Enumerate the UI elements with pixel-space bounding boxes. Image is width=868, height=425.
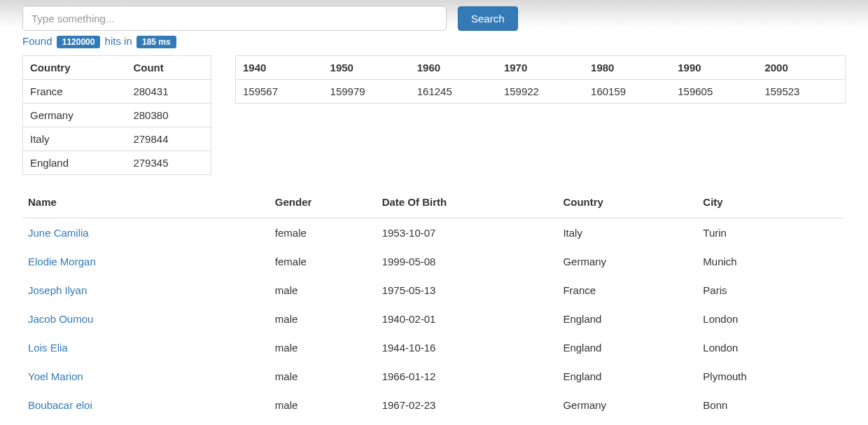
results-header-country: Country <box>557 189 697 218</box>
result-dob-cell: 2009-05-07 <box>377 419 558 425</box>
results-header-name: Name <box>22 189 270 218</box>
decades-header-cell: 1960 <box>410 56 497 80</box>
result-name-link[interactable]: Jacob Oumou <box>22 305 270 333</box>
result-city-cell: Paris <box>697 276 846 305</box>
result-gender-cell: female <box>270 218 377 248</box>
hits-in-label: hits in <box>105 35 132 47</box>
result-name-link[interactable]: Yoel Marion <box>22 362 270 391</box>
results-header-gender: Gender <box>270 189 377 218</box>
result-name-link[interactable]: Joseph Ilyan <box>22 276 270 305</box>
facets-country-cell: France <box>23 80 127 104</box>
decades-cell: 160159 <box>584 80 671 104</box>
country-facets-table: Country Count France280431Germany280380I… <box>22 55 211 175</box>
result-name-link[interactable]: Boubacar eloi <box>22 391 270 419</box>
results-row: Boubacar eloimale1967-02-23GermanyBonn <box>22 391 846 419</box>
results-row: Elodie Morganfemale1999-05-08GermanyMuni… <box>22 247 846 276</box>
result-dob-cell: 1966-01-12 <box>377 362 558 391</box>
results-row: Lila Aniafemale2009-05-07FranceCergy <box>22 419 846 425</box>
result-city-cell: Cergy <box>697 419 846 425</box>
aggregate-tables: Country Count France280431Germany280380I… <box>0 55 868 175</box>
result-city-cell: London <box>697 333 846 362</box>
decades-table: 1940195019601970198019902000 15956715997… <box>235 55 846 104</box>
decades-cell: 159922 <box>497 80 584 104</box>
search-stats: Found 1120000 hits in 185 ms <box>0 35 868 55</box>
result-gender-cell: female <box>270 419 377 425</box>
result-city-cell: Munich <box>697 247 846 276</box>
results-row: June Camiliafemale1953-10-07ItalyTurin <box>22 218 846 248</box>
decades-row: 1595671599791612451599221601591596051595… <box>236 80 846 104</box>
facets-count-cell: 279345 <box>126 151 211 175</box>
decades-cell: 159605 <box>671 80 757 104</box>
facets-country-cell: England <box>23 151 127 175</box>
result-gender-cell: male <box>270 305 377 333</box>
result-dob-cell: 1940-02-01 <box>377 305 558 333</box>
result-name-link[interactable]: Lois Elia <box>22 333 270 362</box>
decades-header-cell: 1940 <box>236 56 323 80</box>
decades-cell: 159979 <box>323 80 410 104</box>
facets-row: Italy279844 <box>23 127 211 151</box>
result-dob-cell: 1967-02-23 <box>377 391 558 419</box>
facets-country-cell: Italy <box>23 127 127 151</box>
search-input[interactable] <box>22 6 447 31</box>
result-gender-cell: male <box>270 333 377 362</box>
result-country-cell: Germany <box>557 247 697 276</box>
result-country-cell: France <box>557 419 697 425</box>
search-button[interactable]: Search <box>458 6 518 31</box>
result-dob-cell: 1999-05-08 <box>377 247 558 276</box>
result-gender-cell: male <box>270 362 377 391</box>
result-country-cell: France <box>557 276 697 305</box>
result-city-cell: London <box>697 305 846 333</box>
time-badge: 185 ms <box>136 36 176 48</box>
facets-header-count: Count <box>126 56 211 80</box>
decades-header-cell: 1980 <box>584 56 671 80</box>
decades-header-cell: 1970 <box>497 56 584 80</box>
result-dob-cell: 1944-10-16 <box>377 333 558 362</box>
result-country-cell: England <box>557 362 697 391</box>
facets-count-cell: 280380 <box>126 104 211 127</box>
results-table: Name Gender Date Of Birth Country City J… <box>0 189 868 425</box>
result-name-link[interactable]: Elodie Morgan <box>22 247 270 276</box>
decades-header-cell: 1990 <box>671 56 757 80</box>
result-gender-cell: male <box>270 391 377 419</box>
results-row: Yoel Marionmale1966-01-12EnglandPlymouth <box>22 362 846 391</box>
hits-count-badge: 1120000 <box>57 36 101 48</box>
result-city-cell: Bonn <box>697 391 846 419</box>
result-city-cell: Plymouth <box>697 362 846 391</box>
facets-country-cell: Germany <box>23 104 127 127</box>
facets-row: England279345 <box>23 151 211 175</box>
result-country-cell: Germany <box>557 391 697 419</box>
result-country-cell: Italy <box>557 218 697 248</box>
result-name-link[interactable]: Lila Ania <box>22 419 270 425</box>
found-label: Found <box>22 35 52 47</box>
result-country-cell: England <box>557 305 697 333</box>
decades-cell: 159523 <box>757 80 845 104</box>
decades-header-cell: 2000 <box>757 56 845 80</box>
facets-count-cell: 279844 <box>126 127 211 151</box>
results-row: Joseph Ilyanmale1975-05-13FranceParis <box>22 276 846 305</box>
result-country-cell: England <box>557 333 697 362</box>
result-name-link[interactable]: June Camilia <box>22 218 270 248</box>
decades-cell: 159567 <box>236 80 323 104</box>
decades-header-cell: 1950 <box>323 56 410 80</box>
results-header-dob: Date Of Birth <box>377 189 558 218</box>
result-gender-cell: male <box>270 276 377 305</box>
facets-header-country: Country <box>23 56 127 80</box>
facets-row: France280431 <box>23 80 211 104</box>
facets-row: Germany280380 <box>23 104 211 127</box>
search-bar: Search <box>0 0 868 35</box>
result-gender-cell: female <box>270 247 377 276</box>
result-city-cell: Turin <box>697 218 846 248</box>
results-row: Lois Eliamale1944-10-16EnglandLondon <box>22 333 846 362</box>
results-row: Jacob Oumoumale1940-02-01EnglandLondon <box>22 305 846 333</box>
decades-cell: 161245 <box>410 80 497 104</box>
facets-count-cell: 280431 <box>126 80 211 104</box>
result-dob-cell: 1953-10-07 <box>377 218 558 248</box>
results-header-city: City <box>697 189 846 218</box>
result-dob-cell: 1975-05-13 <box>377 276 558 305</box>
